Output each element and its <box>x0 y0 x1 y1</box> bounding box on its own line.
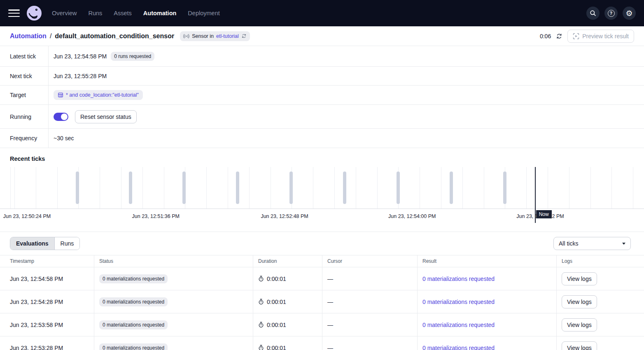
tick-row: Jun 23, 12:54:28 PM 0 materializations r… <box>0 290 644 313</box>
tick-result-link[interactable]: 0 materializations requested <box>422 322 495 328</box>
running-row: Running Reset sensor status <box>0 105 644 129</box>
reset-sensor-status-button[interactable]: Reset sensor status <box>75 110 137 123</box>
tick-bar[interactable] <box>397 172 400 204</box>
stopwatch-icon <box>258 322 264 328</box>
tick-result-link[interactable]: 0 materializations requested <box>422 299 495 305</box>
preview-tick-result-button[interactable]: Preview tick result <box>567 30 634 43</box>
view-logs-button[interactable]: View logs <box>562 295 597 308</box>
tick-duration: 0:00:01 <box>267 345 286 350</box>
stopwatch-icon <box>258 276 264 282</box>
timeline-axis-label: Jun 23, 12:52:48 PM <box>261 213 311 220</box>
settings-button[interactable]: ⚙ <box>623 7 636 20</box>
code-location-link[interactable]: etl-tutorial <box>216 33 239 39</box>
frequency-row: Frequency ~30 sec <box>0 129 644 148</box>
tick-duration: 0:00:01 <box>267 322 286 328</box>
tick-filter-value: All ticks <box>559 240 578 247</box>
tick-bar[interactable] <box>503 172 506 204</box>
tab-evaluations[interactable]: Evaluations <box>10 237 54 250</box>
top-navbar: OverviewRunsAssetsAutomationDeployment ?… <box>0 0 644 26</box>
nav-item[interactable]: Assets <box>114 10 132 16</box>
timeline-now-badge: Now <box>536 210 552 218</box>
target-selection-link[interactable]: * and code_location:"etl-tutorial" <box>54 90 143 100</box>
reload-location-icon[interactable] <box>241 33 247 39</box>
tick-timestamp: Jun 23, 12:53:28 PM <box>0 336 94 350</box>
refresh-icon[interactable] <box>556 33 562 39</box>
tick-bar[interactable] <box>450 172 453 204</box>
tick-status-badge: 0 materializations requested <box>99 297 168 306</box>
tick-result-link[interactable]: 0 materializations requested <box>422 276 495 282</box>
tick-row: Jun 23, 12:53:58 PM 0 materializations r… <box>0 313 644 336</box>
gear-icon: ⚙ <box>625 9 632 17</box>
ticks-table-header: TimestampStatusDurationCursorResultLogs <box>0 255 644 267</box>
target-selection-text: * and code_location:"etl-tutorial" <box>66 92 139 98</box>
column-header: Logs <box>557 255 644 267</box>
asset-group-icon <box>58 92 63 98</box>
tab-runs[interactable]: Runs <box>54 237 80 250</box>
next-tick-label: Next tick <box>0 67 49 85</box>
caret-down-icon <box>622 243 625 245</box>
frequency-value: ~30 sec <box>54 135 74 141</box>
column-header: Result <box>418 255 557 267</box>
tick-result-link[interactable]: 0 materializations requested <box>422 345 495 350</box>
column-header: Status <box>94 255 253 267</box>
help-button[interactable]: ? <box>604 7 618 20</box>
timeline-axis-label: Jun 23, 12:51:36 PM <box>132 213 182 220</box>
next-tick-row: Next tick Jun 23, 12:55:28 PM <box>0 67 644 86</box>
tick-status-badge: 0 materializations requested <box>99 320 168 329</box>
page-title: default_automation_condition_sensor <box>55 32 174 40</box>
nav-item[interactable]: Runs <box>88 10 102 16</box>
recent-ticks-timeline: Jun 23, 12:50:24 PMJun 23, 12:51:36 PMJu… <box>0 167 644 232</box>
menu-icon[interactable] <box>8 9 20 17</box>
frequency-label: Frequency <box>0 129 49 148</box>
next-tick-value: Jun 23, 12:55:28 PM <box>54 73 107 79</box>
view-logs-button[interactable]: View logs <box>562 318 597 331</box>
tick-bar[interactable] <box>289 172 293 204</box>
column-header: Timestamp <box>0 255 94 267</box>
tick-cursor: — <box>322 267 418 290</box>
page-header: Automation / default_automation_conditio… <box>0 26 644 46</box>
latest-tick-status-badge: 0 runs requested <box>111 52 154 61</box>
tick-timestamp: Jun 23, 12:54:28 PM <box>0 290 94 313</box>
search-button[interactable] <box>586 7 600 20</box>
sensor-icon <box>183 34 189 39</box>
target-label: Target <box>0 86 49 104</box>
stopwatch-icon <box>258 345 264 350</box>
tick-duration: 0:00:01 <box>267 276 286 282</box>
view-segmented-control: Evaluations Runs <box>10 237 80 250</box>
tick-duration: 0:00:01 <box>267 299 286 305</box>
tick-bar[interactable] <box>236 172 239 204</box>
ticks-toolbar: Evaluations Runs All ticks <box>0 232 644 255</box>
tick-cursor: — <box>322 336 418 350</box>
tick-bar[interactable] <box>76 172 79 204</box>
tick-cursor: — <box>322 313 418 336</box>
tick-row: Jun 23, 12:53:28 PM 0 materializations r… <box>0 336 644 350</box>
tick-bar[interactable] <box>129 172 132 204</box>
breadcrumb-separator: / <box>50 32 51 40</box>
tick-bar[interactable] <box>343 172 346 204</box>
tick-status-badge: 0 materializations requested <box>99 274 168 283</box>
help-icon: ? <box>608 10 615 17</box>
running-toggle[interactable] <box>54 113 68 121</box>
dagster-octopus-icon <box>26 5 42 21</box>
recent-ticks-title: Recent ticks <box>0 148 644 167</box>
latest-tick-value: Jun 23, 12:54:58 PM <box>54 53 107 60</box>
nav-item[interactable]: Overview <box>52 10 77 16</box>
timeline-axis-label: Jun 23, 12:54:00 PM <box>388 213 439 220</box>
latest-tick-label: Latest tick <box>0 46 49 66</box>
dagster-logo[interactable] <box>26 5 42 21</box>
column-header: Cursor <box>322 255 418 267</box>
search-icon <box>590 10 596 16</box>
view-logs-button[interactable]: View logs <box>562 272 597 285</box>
target-row: Target * and code_location:"etl-tutorial… <box>0 86 644 105</box>
stopwatch-icon <box>258 299 264 305</box>
tick-filter-select[interactable]: All ticks <box>553 237 631 250</box>
breadcrumb-automation-link[interactable]: Automation <box>10 32 47 40</box>
nav-item[interactable]: Automation <box>143 10 177 16</box>
sensor-details: Latest tick Jun 23, 12:54:58 PM 0 runs r… <box>0 46 644 148</box>
timeline-chart[interactable] <box>0 167 644 209</box>
view-logs-button[interactable]: View logs <box>562 341 597 350</box>
tick-cursor: — <box>322 290 418 313</box>
timeline-now-line <box>535 167 536 223</box>
nav-item[interactable]: Deployment <box>188 10 219 16</box>
tick-bar[interactable] <box>182 172 186 204</box>
